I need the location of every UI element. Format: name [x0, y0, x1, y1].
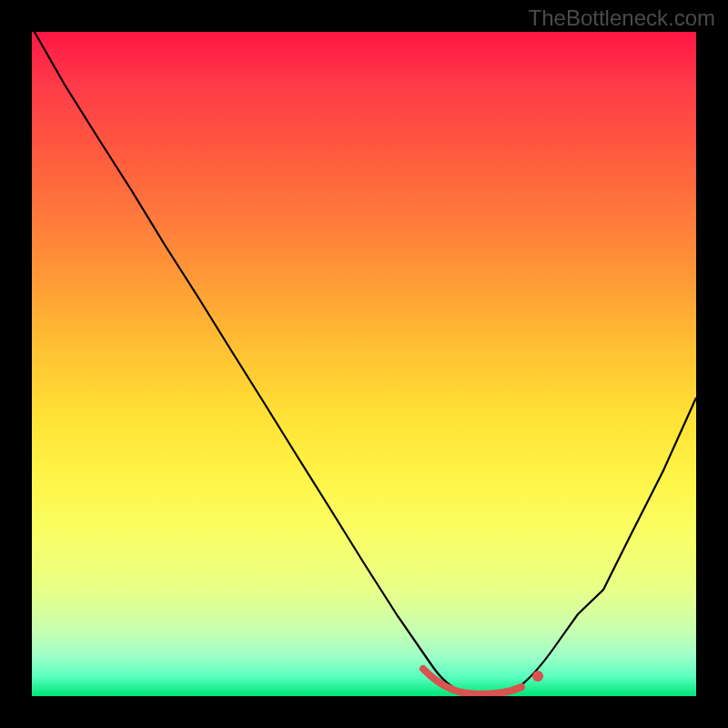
chart-svg: [32, 32, 696, 696]
bottleneck-curve: [32, 32, 696, 695]
watermark-text: TheBottleneck.com: [529, 5, 715, 31]
chart-plot-area: [32, 32, 696, 696]
optimal-range-end-dot: [532, 671, 543, 682]
